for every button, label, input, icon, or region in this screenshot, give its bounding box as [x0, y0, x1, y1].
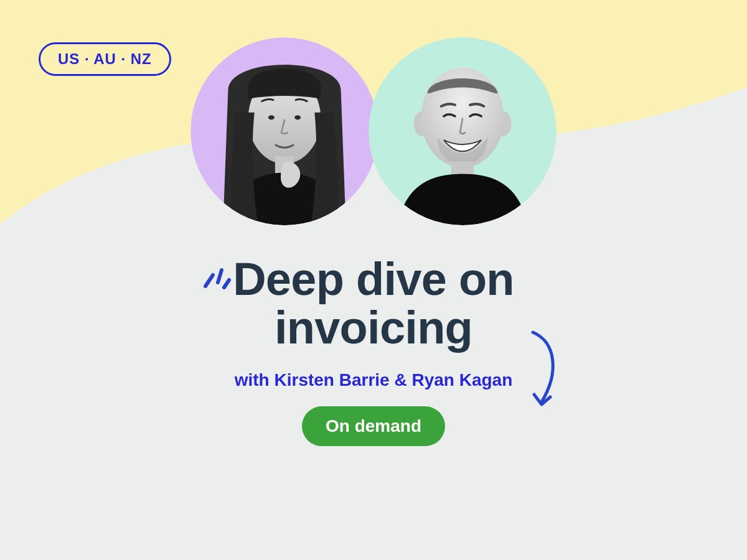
- session-title: Deep dive on invoicing: [233, 255, 514, 353]
- svg-line-14: [224, 280, 229, 287]
- svg-line-12: [205, 275, 213, 286]
- title-line-1: Deep dive on: [233, 253, 514, 305]
- svg-point-3: [268, 115, 275, 119]
- avatar-ryan: [369, 37, 557, 225]
- svg-point-4: [294, 115, 301, 119]
- speakers-subtitle: with Kirsten Barrie & Ryan Kagan: [0, 370, 747, 390]
- svg-line-13: [218, 270, 222, 282]
- region-badge: US · AU · NZ: [39, 42, 171, 76]
- avatar-kirsten: [190, 37, 378, 225]
- speaker-avatars: [190, 37, 557, 225]
- on-demand-button[interactable]: On demand: [302, 406, 445, 446]
- arrow-accent-icon: [515, 329, 568, 416]
- title-line-2: invoicing: [275, 302, 472, 353]
- sparks-accent-icon: [197, 261, 232, 296]
